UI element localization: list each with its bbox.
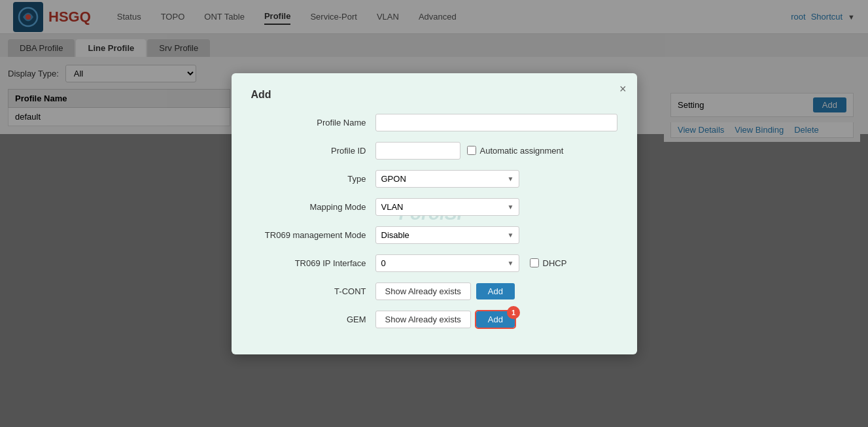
- mapping-mode-select[interactable]: VLAN GEM TCI: [375, 198, 519, 216]
- mapping-mode-label: Mapping Mode: [251, 202, 375, 212]
- automatic-assignment-label[interactable]: Automatic assignment: [480, 146, 564, 156]
- tcont-row: T-CONT Show Already exists Add: [251, 282, 617, 300]
- dhcp-label[interactable]: DHCP: [543, 258, 567, 268]
- tr069-ip-row: TR069 IP Interface 0 1 2 DHCP: [251, 254, 617, 272]
- gem-controls: Show Already exists Add 1: [375, 311, 515, 328]
- profile-id-row: Profile ID Automatic assignment: [251, 142, 617, 160]
- gem-add-wrapper: Add 1: [476, 311, 515, 328]
- type-row: Type GPON EPON: [251, 170, 617, 188]
- modal-close-button[interactable]: ×: [619, 82, 627, 96]
- tr069-mode-label: TR069 management Mode: [251, 230, 375, 240]
- dhcp-checkbox[interactable]: [530, 258, 539, 267]
- dhcp-group: DHCP: [530, 258, 567, 268]
- modal-overlay: ForolSP Add × Profile Name Profile ID Au…: [0, 0, 868, 427]
- type-label: Type: [251, 174, 375, 184]
- profile-name-input[interactable]: [375, 114, 617, 131]
- tcont-show-exists-button[interactable]: Show Already exists: [375, 282, 471, 300]
- gem-show-exists-button[interactable]: Show Already exists: [375, 311, 471, 328]
- gem-row: GEM Show Already exists Add 1: [251, 311, 617, 328]
- tr069-ip-label: TR069 IP Interface: [251, 258, 375, 268]
- profile-id-input[interactable]: [375, 142, 460, 160]
- tcont-add-button[interactable]: Add: [476, 283, 515, 299]
- tr069-ip-select[interactable]: 0 1 2: [375, 254, 519, 272]
- tcont-label: T-CONT: [251, 286, 375, 296]
- tcont-controls: Show Already exists Add: [375, 282, 515, 300]
- mapping-mode-row: Mapping Mode VLAN GEM TCI: [251, 198, 617, 216]
- page-background: DBA Profile Line Profile Srv Profile Dis…: [0, 34, 868, 427]
- modal-title: Add: [251, 89, 617, 101]
- automatic-assignment-group: Automatic assignment: [467, 146, 564, 156]
- automatic-assignment-checkbox[interactable]: [467, 146, 476, 155]
- tr069-mode-select[interactable]: Disable Enable: [375, 226, 519, 244]
- gem-label: GEM: [251, 315, 375, 324]
- gem-badge: 1: [507, 306, 520, 319]
- type-select[interactable]: GPON EPON: [375, 170, 519, 188]
- profile-id-label: Profile ID: [251, 146, 375, 156]
- profile-name-label: Profile Name: [251, 118, 375, 128]
- tr069-mode-row: TR069 management Mode Disable Enable: [251, 226, 617, 244]
- profile-name-row: Profile Name: [251, 114, 617, 131]
- add-modal: ForolSP Add × Profile Name Profile ID Au…: [232, 73, 637, 354]
